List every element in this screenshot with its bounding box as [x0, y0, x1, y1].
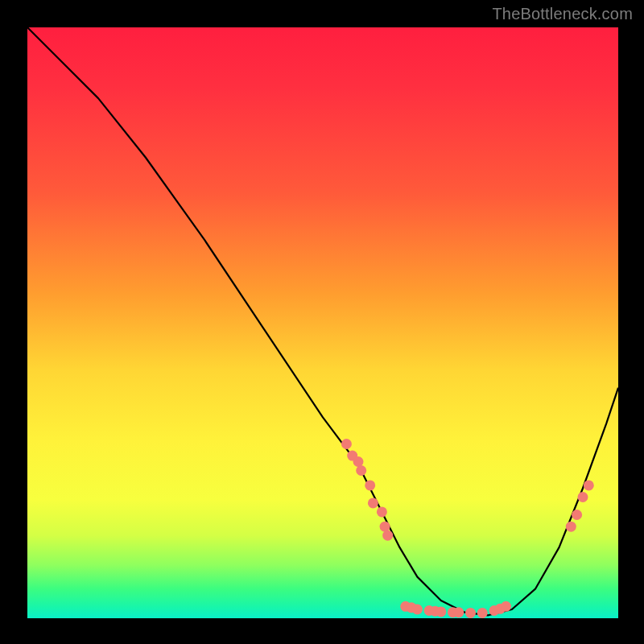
- scatter-point: [436, 606, 446, 617]
- watermark-text: TheBottleneck.com: [492, 5, 633, 23]
- scatter-point: [501, 601, 511, 612]
- scatter-point: [380, 522, 390, 532]
- scatter-point: [584, 480, 594, 490]
- scatter-point: [382, 530, 393, 541]
- bottleneck-curve-path: [27, 27, 618, 615]
- scatter-point: [578, 492, 588, 502]
- scatter-point: [365, 480, 375, 490]
- scatter-point: [341, 439, 352, 449]
- chart-frame: TheBottleneck.com: [0, 0, 644, 644]
- scatter-point: [477, 608, 488, 618]
- scatter-point: [572, 510, 582, 520]
- scatter-point: [377, 506, 387, 517]
- scatter-point: [356, 465, 366, 476]
- plot-area: [27, 27, 618, 618]
- scatter-point: [353, 456, 364, 467]
- scatter-point: [566, 522, 576, 532]
- scatter-point: [465, 608, 476, 618]
- scatter-point: [453, 607, 464, 617]
- scatter-group: [341, 439, 594, 618]
- scatter-point: [412, 605, 423, 615]
- bottleneck-chart: [27, 27, 618, 618]
- scatter-point: [368, 497, 378, 508]
